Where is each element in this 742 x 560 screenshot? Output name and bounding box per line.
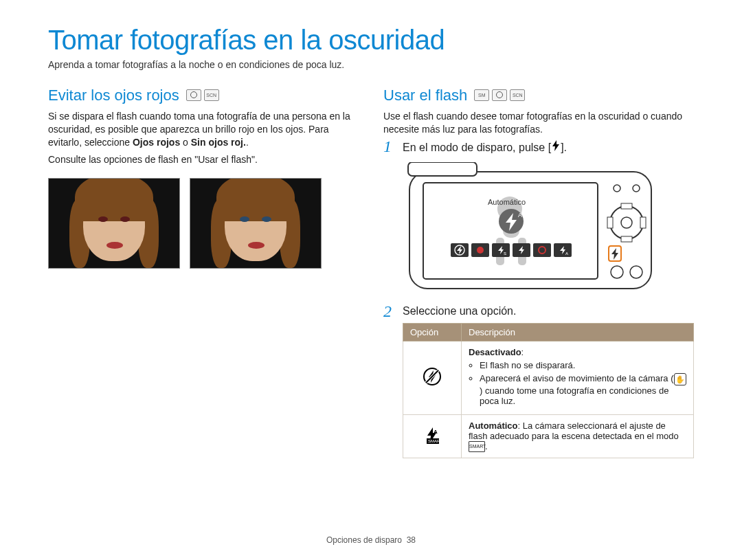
- text-span: ].: [561, 142, 567, 153]
- bold-ojos-rojos: Ojos rojos: [133, 137, 180, 148]
- step-1: En el modo de disparo, pulse [].: [383, 140, 694, 295]
- desc-desactivado: Desactivado: El flash no se disparará. A…: [462, 341, 694, 414]
- footer-section: Opciones de disparo: [326, 535, 402, 545]
- option-title: Automático: [469, 421, 518, 431]
- page-footer: Opciones de disparo 38: [0, 535, 742, 545]
- heading-text: Evitar los ojos rojos: [48, 87, 179, 104]
- desc-automatico: Automático: La cámara seleccionará el aj…: [462, 414, 694, 458]
- steps-list: En el modo de disparo, pulse [].: [383, 140, 694, 459]
- option-title: Desactivado: [469, 347, 521, 357]
- list-item: El flash no se disparará.: [480, 360, 686, 370]
- scene-mode-icon: SCN: [204, 89, 219, 101]
- svg-rect-1: [408, 162, 477, 176]
- column-left: Evitar los ojos rojos SCN Si se dispara …: [48, 87, 359, 467]
- footer-page-number: 38: [407, 535, 416, 545]
- options-table: Opción Descripción: [403, 323, 694, 459]
- flash-auto-smart-icon: A SMART: [423, 425, 442, 445]
- smart-mode-icon: SMART: [469, 441, 485, 452]
- scene-mode-icon: SCN: [510, 89, 525, 101]
- step-1-text: En el modo de disparo, pulse [].: [403, 142, 567, 153]
- list-item: Aparecerá el aviso de movimiento de la c…: [480, 373, 686, 406]
- camera-diagram: Automático A S: [407, 162, 654, 295]
- photo-red-eyes: [48, 178, 180, 269]
- camera-screen-label: Automático: [488, 198, 526, 206]
- camera-mode-icon: [492, 89, 507, 101]
- page-intro: Aprenda a tomar fotografías a la noche o…: [48, 58, 694, 71]
- table-row: A SMART Automático: La cámara selecciona…: [403, 414, 694, 458]
- bold-sin-ojos: Sin ojos roj.: [191, 137, 246, 148]
- text-span: o: [180, 137, 191, 148]
- two-column-layout: Evitar los ojos rojos SCN Si se dispara …: [48, 87, 694, 467]
- step-2: Seleccione una opción. Opción Descripció…: [383, 305, 694, 459]
- svg-text:SMART: SMART: [428, 439, 442, 443]
- svg-rect-25: [621, 236, 632, 242]
- th-description: Descripción: [462, 323, 694, 341]
- step-2-text: Seleccione una opción.: [403, 305, 516, 317]
- photo-corrected-eyes: [190, 178, 322, 269]
- text-span: .: [485, 441, 488, 451]
- svg-point-12: [477, 247, 484, 254]
- text-span: En el modo de disparo, pulse [: [403, 142, 551, 153]
- svg-text:A: A: [518, 212, 522, 219]
- flash-paragraph: Use el flash cuando desee tomar fotograf…: [383, 110, 694, 136]
- th-option: Opción: [403, 323, 462, 341]
- svg-rect-27: [640, 217, 646, 228]
- manual-page: Tomar fotografías en la oscuridad Aprend…: [0, 0, 742, 560]
- svg-rect-26: [607, 217, 613, 228]
- table-row: Desactivado: El flash no se disparará. A…: [403, 341, 694, 414]
- svg-text:A: A: [434, 429, 438, 435]
- red-eye-note: Consulte las opciones de flash en "Usar …: [48, 153, 359, 166]
- svg-text:S: S: [504, 251, 506, 256]
- shake-warning-icon: ✋: [674, 373, 686, 385]
- heading-text: Usar el flash: [383, 87, 467, 104]
- camera-mode-icon: [186, 89, 201, 101]
- smart-mode-icon: SM: [474, 89, 489, 101]
- text-span: ) cuando tome una fotografía en condicio…: [480, 385, 668, 406]
- column-right: Usar el flash SM SCN Use el flash cuando…: [383, 87, 694, 467]
- text-span: Aparecerá el aviso de movimiento de la c…: [480, 373, 674, 383]
- flash-off-icon: [423, 367, 442, 386]
- flash-icon: [551, 140, 561, 151]
- svg-rect-24: [621, 203, 632, 209]
- red-eye-paragraph: Si se dispara el flash cuando toma una f…: [48, 110, 359, 149]
- heading-use-flash: Usar el flash SM SCN: [383, 87, 694, 104]
- svg-line-33: [426, 370, 438, 383]
- svg-rect-16: [533, 243, 551, 257]
- svg-text:A: A: [565, 251, 568, 256]
- mode-icons: SCN: [186, 89, 219, 101]
- heading-avoid-red-eye: Evitar los ojos rojos SCN: [48, 87, 359, 104]
- mode-icons: SM SCN: [474, 89, 525, 101]
- page-title: Tomar fotografías en la oscuridad: [48, 25, 694, 56]
- example-photos: [48, 178, 359, 269]
